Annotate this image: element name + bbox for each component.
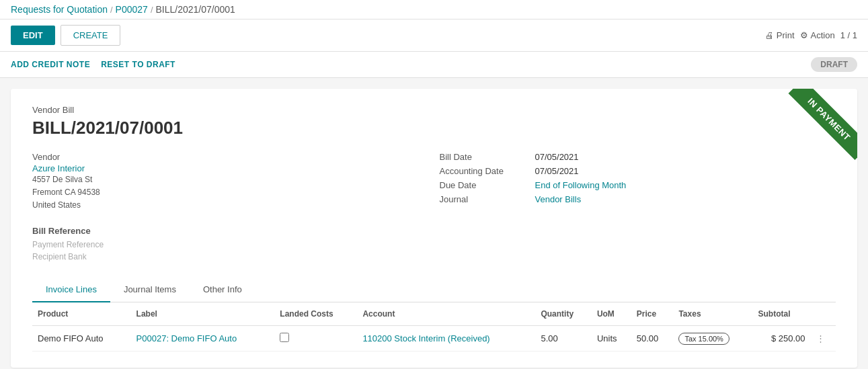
tax-badge: Tax 15.00% <box>678 333 729 345</box>
tabs: Invoice Lines Journal Items Other Info <box>32 278 836 302</box>
col-subtotal: Subtotal <box>753 302 811 326</box>
accounting-date-row: Accounting Date 07/05/2021 <box>440 166 836 176</box>
tab-other-info[interactable]: Other Info <box>190 278 255 302</box>
right-fields: Bill Date 07/05/2021 Accounting Date 07/… <box>440 152 836 212</box>
recipient-bank-placeholder[interactable]: Recipient Bank <box>32 252 836 261</box>
breadcrumb: Requests for Quotation / P00027 / BILL/2… <box>0 0 868 19</box>
breadcrumb-rfq[interactable]: Requests for Quotation <box>11 4 108 15</box>
journal-row: Journal Vendor Bills <box>440 194 836 204</box>
breadcrumb-sep-1: / <box>110 5 113 15</box>
main-content: IN PAYMENT Vendor Bill BILL/2021/07/0001… <box>0 78 868 369</box>
row-landed-costs[interactable] <box>274 325 357 351</box>
landed-costs-checkbox[interactable] <box>280 333 289 342</box>
print-label: Print <box>777 30 795 40</box>
status-badge: DRAFT <box>811 57 857 72</box>
row-price: 50.00 <box>631 325 674 351</box>
bill-date-label: Bill Date <box>440 152 527 162</box>
row-uom: Units <box>592 325 631 351</box>
col-taxes: Taxes <box>673 302 752 326</box>
accounting-date-label: Accounting Date <box>440 166 527 176</box>
bill-reference-section: Bill Reference Payment Reference Recipie… <box>32 226 836 261</box>
vendor-address-line1: 4557 De Silva St <box>32 175 92 184</box>
col-account: Account <box>357 302 535 326</box>
create-button[interactable]: CREATE <box>61 25 121 46</box>
accounting-date-value: 07/05/2021 <box>535 166 579 176</box>
print-button[interactable]: 🖨 Print <box>765 30 795 40</box>
col-quantity: Quantity <box>535 302 591 326</box>
row-product: Demo FIFO Auto <box>32 325 131 351</box>
vendor-name[interactable]: Azure Interior <box>32 163 429 173</box>
row-taxes: Tax 15.00% <box>673 325 752 351</box>
action-gear-icon: ⚙ <box>800 30 808 40</box>
document-number: BILL/2021/07/0001 <box>32 118 836 138</box>
row-quantity: 5.00 <box>535 325 591 351</box>
due-date-value[interactable]: End of Following Month <box>535 180 627 190</box>
breadcrumb-p00027[interactable]: P00027 <box>116 4 148 15</box>
bill-date-row: Bill Date 07/05/2021 <box>440 152 836 162</box>
vendor-section: Vendor Azure Interior 4557 De Silva St F… <box>32 152 429 212</box>
action-button[interactable]: ⚙ Action <box>800 30 835 40</box>
info-grid: Vendor Azure Interior 4557 De Silva St F… <box>32 152 836 212</box>
secondary-bar: ADD CREDIT NOTE RESET TO DRAFT DRAFT <box>0 52 868 78</box>
col-product: Product <box>32 302 131 326</box>
pager: 1 / 1 <box>840 30 857 40</box>
journal-label: Journal <box>440 194 527 204</box>
breadcrumb-sep-2: / <box>151 5 153 15</box>
print-icon: 🖨 <box>765 30 774 40</box>
vendor-address-line3: United States <box>32 200 81 210</box>
vendor-label: Vendor <box>32 152 429 162</box>
row-account[interactable]: 110200 Stock Interim (Received) <box>357 325 535 351</box>
col-label: Label <box>131 302 275 326</box>
action-bar: EDIT CREATE 🖨 Print ⚙ Action 1 / 1 <box>0 19 868 52</box>
col-landed-costs: Landed Costs <box>274 302 357 326</box>
due-date-label: Due Date <box>440 180 527 190</box>
col-menu-header <box>811 302 836 326</box>
row-label[interactable]: P00027: Demo FIFO Auto <box>131 325 275 351</box>
edit-button[interactable]: EDIT <box>11 26 55 45</box>
row-subtotal: $ 250.00 <box>753 325 811 351</box>
add-credit-note-button[interactable]: ADD CREDIT NOTE <box>11 60 90 69</box>
journal-value[interactable]: Vendor Bills <box>535 194 582 204</box>
invoice-lines-table: Product Label Landed Costs Account Quant… <box>32 302 836 352</box>
document-card: IN PAYMENT Vendor Bill BILL/2021/07/0001… <box>11 89 857 368</box>
bill-date-value: 07/05/2021 <box>535 152 579 162</box>
row-menu-button[interactable]: ⋮ <box>811 325 836 351</box>
vendor-address: 4557 De Silva St Fremont CA 94538 United… <box>32 173 429 212</box>
action-label: Action <box>811 30 835 40</box>
breadcrumb-current: BILL/2021/07/0001 <box>156 4 235 15</box>
table-row: Demo FIFO Auto P00027: Demo FIFO Auto 11… <box>32 325 836 351</box>
document-type: Vendor Bill <box>32 105 836 115</box>
tab-invoice-lines[interactable]: Invoice Lines <box>32 278 110 302</box>
col-uom: UoM <box>592 302 631 326</box>
reset-to-draft-button[interactable]: RESET TO DRAFT <box>101 60 175 69</box>
due-date-row: Due Date End of Following Month <box>440 180 836 190</box>
col-price: Price <box>631 302 674 326</box>
tab-journal-items[interactable]: Journal Items <box>110 278 190 302</box>
vendor-address-line2: Fremont CA 94538 <box>32 188 100 197</box>
bill-reference-label: Bill Reference <box>32 226 836 236</box>
payment-reference-placeholder[interactable]: Payment Reference <box>32 240 836 249</box>
